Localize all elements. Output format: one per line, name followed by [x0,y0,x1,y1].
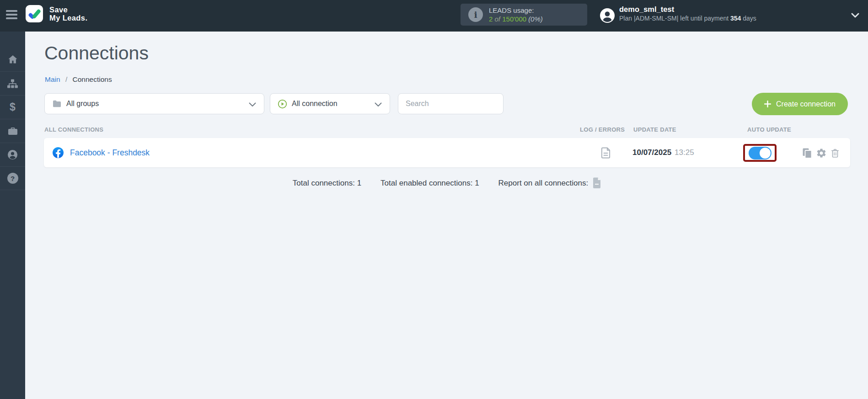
dollar-icon: $ [10,101,16,113]
toggle-knob [760,148,771,159]
sidebar-item-account[interactable] [0,143,25,166]
page-title: Connections [44,43,149,64]
connection-row: Facebook - Freshdesk 10/07/202513:25 [44,138,850,167]
report-download-icon[interactable] [592,177,601,189]
log-file-icon[interactable] [600,147,611,159]
connection-name-link[interactable]: Facebook - Freshdesk [70,148,150,158]
update-date-cell: 10/07/202513:25 [632,148,694,157]
groups-filter-dropdown[interactable]: All groups [44,93,264,114]
settings-gear-icon[interactable] [816,148,827,159]
plus-icon [764,101,771,107]
search-input[interactable] [398,93,504,114]
sidebar-item-services[interactable] [0,119,25,143]
auto-update-toggle[interactable] [749,147,772,160]
sitemap-icon [7,78,18,89]
brand-name: Save My Leads. [49,5,87,22]
folder-icon [52,100,62,108]
chevron-down-icon [249,102,256,107]
leads-usage-widget: i LEADS usage: 2 of 150'000(0%) [461,4,587,26]
sidebar-item-home[interactable] [0,48,25,71]
account-icon [7,149,18,160]
leads-usage-value: 2 of 150'000(0%) [489,15,543,23]
help-icon: ? [7,173,18,184]
sidebar-item-connections[interactable] [0,71,25,95]
sidebar-nav: $ ? [0,32,25,399]
connection-filter-value: All connection [292,100,338,108]
home-icon [7,54,18,65]
breadcrumb-main-link[interactable]: Main [45,75,60,83]
connection-filter-dropdown[interactable]: All connection [270,93,390,114]
delete-trash-icon[interactable] [830,148,840,159]
user-plan-info: Plan |ADM-SML-SM| left until payment 354… [619,15,756,22]
chevron-down-icon [375,102,382,107]
briefcase-icon [7,126,18,137]
copy-icon[interactable] [802,148,813,159]
savemyleads-logo[interactable] [26,5,43,22]
top-header: Save My Leads. i LEADS usage: 2 of 150'0… [0,0,868,32]
play-circle-icon [278,99,287,109]
leads-usage-label: LEADS usage: [489,6,543,15]
connections-summary: Total connections: 1 Total enabled conne… [44,177,850,189]
column-header-update-date: UPDATE DATE [633,126,676,133]
facebook-icon [53,147,64,158]
groups-filter-value: All groups [66,100,99,108]
user-name: demo_sml_test [619,5,674,14]
column-header-auto-update: AUTO UPDATE [747,126,791,133]
total-enabled-connections: Total enabled connections: 1 [380,179,479,188]
column-header-log-errors: LOG / ERRORS [580,126,625,133]
create-connection-button[interactable]: Create connection [752,93,848,115]
avatar-icon [600,8,615,23]
hamburger-menu-icon[interactable] [6,10,17,20]
sidebar-item-help[interactable]: ? [0,166,25,190]
checkmark-logo-icon [28,7,41,20]
chevron-down-icon[interactable] [851,13,859,18]
red-annotation-box [743,144,777,162]
section-label-all-connections: ALL CONNECTIONS [44,126,103,133]
breadcrumb-separator: / [65,75,67,83]
report-all-connections-label: Report on all connections: [498,179,589,188]
info-icon: i [468,7,483,22]
sidebar-item-billing[interactable]: $ [0,95,25,119]
total-connections: Total connections: 1 [293,179,361,188]
breadcrumb: Main / Connections [45,75,112,84]
breadcrumb-current: Connections [73,75,112,83]
